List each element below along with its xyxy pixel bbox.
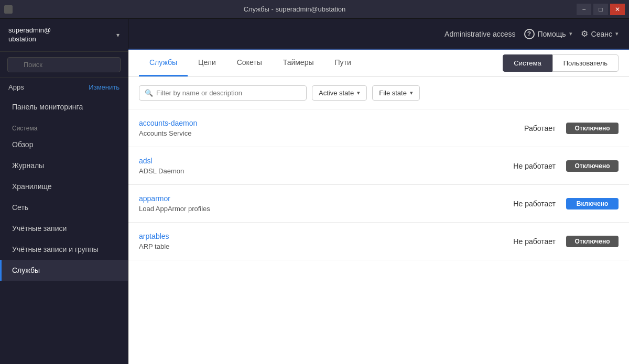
close-button[interactable]: ✕ — [610, 4, 625, 15]
app-layout: superadmin@ ubstation ▾ Apps Изменить Па… — [0, 19, 629, 364]
service-badge-apparmor: Включено — [566, 198, 619, 209]
service-name-arptables[interactable]: arptables — [139, 232, 498, 240]
service-info-arptables: arptables ARP table — [139, 232, 498, 250]
sidebar-item-services[interactable]: Службы — [0, 260, 128, 281]
tabs-list: Службы Цели Сокеты Таймеры Пути — [139, 50, 362, 76]
sidebar-nav: Панель мониторинга Система Обзор Журналы… — [0, 96, 128, 364]
table-row[interactable]: accounts-daemon Accounts Service Работае… — [128, 109, 629, 147]
topbar-admin-label: Administrative access — [444, 30, 515, 38]
topbar: Administrative access ? Помощь ▾ ⚙ Сеанс… — [128, 19, 629, 50]
service-info-adsl: adsl ADSL Daemon — [139, 157, 498, 175]
service-desc-adsl: ADSL Daemon — [139, 167, 498, 175]
service-name-adsl[interactable]: adsl — [139, 157, 498, 165]
table-row[interactable]: arptables ARP table Не работает Отключен… — [128, 223, 629, 260]
filter-search-icon: 🔍 — [145, 89, 153, 97]
table-row[interactable]: adsl ADSL Daemon Не работает Отключено — [128, 147, 629, 185]
active-state-filter[interactable]: Active state ▾ — [312, 85, 367, 101]
service-name-accounts-daemon[interactable]: accounts-daemon — [139, 119, 498, 127]
titlebar-app-icon — [4, 5, 13, 14]
service-name-apparmor[interactable]: apparmor — [139, 194, 498, 203]
service-desc-arptables: ARP table — [139, 242, 498, 250]
tabs-bar: Службы Цели Сокеты Таймеры Пути Система … — [128, 50, 629, 77]
sidebar-apps-row: Apps Изменить — [0, 78, 128, 96]
apps-label: Apps — [8, 83, 24, 91]
tabs-view-toggle: Система Пользователь — [503, 54, 619, 72]
titlebar-title: Службы - superadmin@ubstation — [13, 5, 577, 13]
filter-search-container: 🔍 — [139, 85, 307, 101]
service-status-accounts-daemon: Работает — [498, 124, 556, 133]
maximize-button[interactable]: □ — [593, 4, 608, 15]
filter-bar: 🔍 Active state ▾ File state ▾ — [128, 77, 629, 109]
sidebar-item-network[interactable]: Сеть — [0, 197, 128, 218]
tab-sockets[interactable]: Сокеты — [226, 50, 273, 76]
gear-icon: ⚙ — [581, 29, 588, 39]
sidebar-item-accounts[interactable]: Учётные записи — [0, 218, 128, 239]
sidebar-item-overview[interactable]: Обзор — [0, 134, 128, 155]
filter-search-input[interactable] — [156, 89, 301, 97]
main-content: Administrative access ? Помощь ▾ ⚙ Сеанс… — [128, 19, 629, 364]
apps-change-button[interactable]: Изменить — [89, 83, 120, 91]
sidebar-item-monitoring[interactable]: Панель мониторинга — [0, 96, 128, 117]
service-badge-arptables: Отключено — [566, 236, 619, 247]
service-badge-adsl: Отключено — [566, 160, 619, 172]
file-state-label: File state — [379, 89, 407, 97]
topbar-help-label: Помощь — [538, 30, 566, 38]
sidebar-user: superadmin@ ubstation — [8, 26, 51, 44]
service-info-accounts-daemon: accounts-daemon Accounts Service — [139, 119, 498, 137]
services-list: accounts-daemon Accounts Service Работае… — [128, 109, 629, 364]
minimize-button[interactable]: − — [577, 4, 591, 15]
titlebar-controls: − □ ✕ — [577, 4, 625, 15]
file-state-chevron-icon: ▾ — [410, 90, 413, 96]
sidebar-item-accounts-groups[interactable]: Учётные записи и группы — [0, 239, 128, 260]
sidebar-search-area — [0, 52, 128, 78]
sidebar-section-system: Система — [0, 117, 128, 134]
titlebar: Службы - superadmin@ubstation − □ ✕ — [0, 0, 629, 19]
topbar-help-button[interactable]: ? Помощь ▾ — [524, 29, 572, 39]
file-state-filter[interactable]: File state ▾ — [372, 85, 420, 101]
service-badge-accounts-daemon: Отключено — [566, 123, 619, 134]
view-user-button[interactable]: Пользователь — [552, 54, 619, 72]
active-state-label: Active state — [319, 89, 354, 97]
topbar-session-button[interactable]: ⚙ Сеанс ▾ — [581, 29, 619, 39]
tab-timers[interactable]: Таймеры — [273, 50, 324, 76]
view-system-button[interactable]: Система — [503, 54, 552, 72]
active-state-chevron-icon: ▾ — [357, 90, 360, 96]
service-desc-accounts-daemon: Accounts Service — [139, 129, 498, 137]
table-row[interactable]: apparmor Load AppArmor profiles Не работ… — [128, 185, 629, 223]
sidebar-header[interactable]: superadmin@ ubstation ▾ — [0, 19, 128, 52]
sidebar-user-chevron-icon: ▾ — [116, 31, 120, 39]
topbar-session-label: Сеанс — [591, 30, 612, 38]
service-info-apparmor: apparmor Load AppArmor profiles — [139, 194, 498, 213]
search-wrap — [7, 57, 121, 72]
service-desc-apparmor: Load AppArmor profiles — [139, 205, 498, 213]
service-status-arptables: Не работает — [498, 237, 556, 246]
tab-paths[interactable]: Пути — [324, 50, 362, 76]
service-status-apparmor: Не работает — [498, 200, 556, 208]
service-status-adsl: Не работает — [498, 162, 556, 170]
sidebar-item-logs[interactable]: Журналы — [0, 155, 128, 176]
tab-services[interactable]: Службы — [139, 50, 188, 76]
help-chevron-icon: ▾ — [569, 30, 572, 37]
sidebar-item-storage[interactable]: Хранилище — [0, 176, 128, 197]
tab-targets[interactable]: Цели — [188, 50, 226, 76]
sidebar: superadmin@ ubstation ▾ Apps Изменить Па… — [0, 19, 128, 364]
help-icon: ? — [524, 29, 535, 39]
sidebar-username: superadmin@ ubstation — [8, 26, 51, 44]
session-chevron-icon: ▾ — [615, 30, 619, 37]
sidebar-search-input[interactable] — [7, 57, 121, 72]
